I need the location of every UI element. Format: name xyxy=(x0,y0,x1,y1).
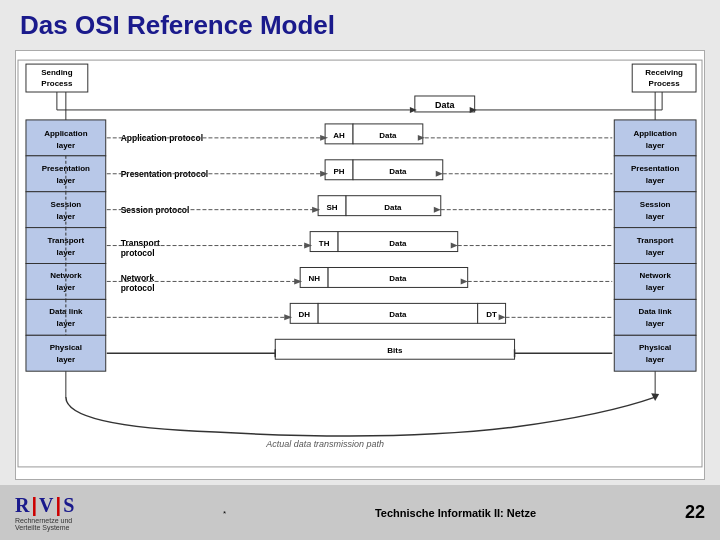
svg-text:Physical: Physical xyxy=(50,343,82,352)
svg-text:Data link: Data link xyxy=(639,307,673,316)
svg-text:Receiving: Receiving xyxy=(645,68,683,77)
svg-text:Sending: Sending xyxy=(41,68,73,77)
svg-text:layer: layer xyxy=(57,141,76,150)
svg-rect-32 xyxy=(26,335,106,371)
footer-page: 22 xyxy=(685,502,705,523)
svg-text:Process: Process xyxy=(41,79,73,88)
svg-text:NH: NH xyxy=(308,274,320,283)
footer-asterisk: * xyxy=(223,507,226,518)
svg-text:layer: layer xyxy=(646,176,665,185)
svg-text:layer: layer xyxy=(646,319,665,328)
svg-text:SH: SH xyxy=(327,203,338,212)
svg-text:layer: layer xyxy=(646,141,665,150)
svg-text:protocol: protocol xyxy=(121,283,155,293)
svg-text:Data: Data xyxy=(389,274,407,283)
svg-text:layer: layer xyxy=(646,355,665,364)
svg-text:AH: AH xyxy=(333,131,345,140)
svg-text:layer: layer xyxy=(646,283,665,292)
svg-text:Presentation: Presentation xyxy=(631,164,679,173)
svg-text:Bits: Bits xyxy=(387,346,403,355)
svg-text:Network: Network xyxy=(639,271,671,280)
svg-text:Data: Data xyxy=(435,100,455,110)
svg-text:PH: PH xyxy=(334,167,345,176)
footer-sub1: Rechnernetze und xyxy=(15,517,72,524)
svg-rect-38 xyxy=(614,156,696,192)
svg-rect-44 xyxy=(614,228,696,264)
s-logo: S xyxy=(63,494,74,517)
svg-text:layer: layer xyxy=(57,355,76,364)
svg-text:Actual data transmission path: Actual data transmission path xyxy=(265,439,384,449)
svg-text:Physical: Physical xyxy=(639,343,671,352)
diagram-area: Sending Process Receiving Process Data xyxy=(15,50,705,480)
slide-title: Das OSI Reference Model xyxy=(0,0,720,47)
svg-marker-129 xyxy=(651,393,659,401)
svg-text:Application: Application xyxy=(44,129,88,138)
footer-course: Technische Informatik II: Netze xyxy=(375,507,536,519)
svg-text:DH: DH xyxy=(298,310,310,319)
svg-text:Data: Data xyxy=(389,239,407,248)
svg-text:Data: Data xyxy=(389,167,407,176)
footer: R | V | S Rechnernetze und Verteilte Sys… xyxy=(0,485,720,540)
svg-text:Data: Data xyxy=(379,131,397,140)
svg-text:Transport: Transport xyxy=(637,236,674,245)
svg-text:protocol: protocol xyxy=(121,248,155,258)
r-logo: R xyxy=(15,494,29,517)
svg-text:Data: Data xyxy=(389,310,407,319)
svg-text:layer: layer xyxy=(646,248,665,257)
svg-rect-53 xyxy=(614,335,696,371)
divider2: | xyxy=(56,494,62,517)
svg-text:layer: layer xyxy=(646,212,665,221)
svg-rect-50 xyxy=(614,299,696,335)
svg-rect-131 xyxy=(18,60,702,467)
svg-rect-47 xyxy=(614,264,696,300)
v-logo: V xyxy=(39,494,53,517)
svg-text:Transport: Transport xyxy=(121,238,160,248)
svg-text:Process: Process xyxy=(649,79,681,88)
svg-text:Data: Data xyxy=(384,203,402,212)
svg-text:Network: Network xyxy=(121,273,155,283)
slide: Das OSI Reference Model Sending Process … xyxy=(0,0,720,540)
svg-text:TH: TH xyxy=(319,239,330,248)
svg-text:Application: Application xyxy=(633,129,677,138)
svg-text:Session: Session xyxy=(640,200,671,209)
rvs-logo: R | V | S Rechnernetze und Verteilte Sys… xyxy=(15,494,74,531)
svg-text:DT: DT xyxy=(486,310,497,319)
divider1: | xyxy=(31,494,37,517)
footer-sub2: Verteilte Systeme xyxy=(15,524,69,531)
svg-rect-41 xyxy=(614,192,696,228)
